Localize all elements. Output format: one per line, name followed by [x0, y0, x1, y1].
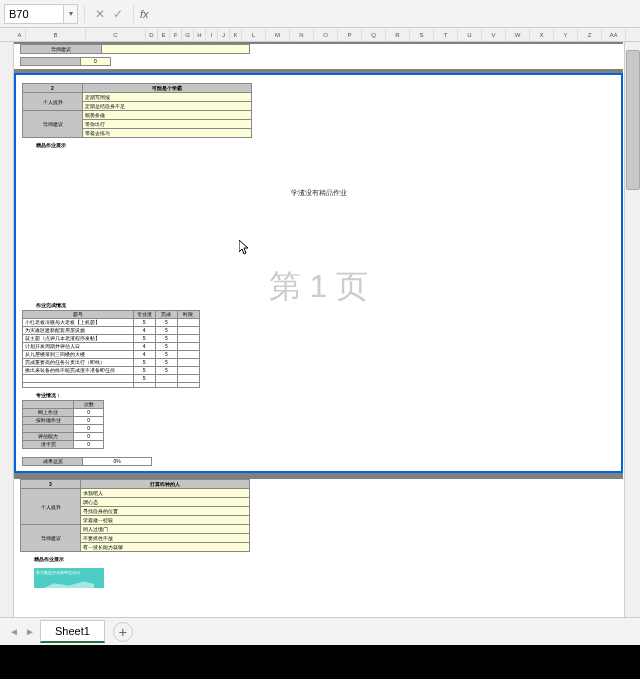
- cell[interactable]: 个人提升: [23, 93, 83, 111]
- table-row: 计划开发周期并评估人日45: [23, 343, 200, 351]
- table-header[interactable]: 完成: [155, 311, 177, 319]
- table-row: 就主题《点评几本老渣程序发帖】55: [23, 335, 200, 343]
- cell[interactable]: 打算咋种的人: [81, 480, 250, 489]
- section-heading: 精品作业展示: [34, 556, 623, 562]
- section-heading: 作业完成情况: [36, 302, 621, 308]
- name-box-dropdown[interactable]: ▾: [64, 4, 78, 24]
- col-header[interactable]: D: [146, 28, 158, 41]
- table-row: 没干完0: [23, 441, 104, 449]
- cell[interactable]: 带着去练习: [83, 129, 252, 138]
- sheet-tabs-bar: ◄ ► Sheet1 +: [0, 617, 640, 645]
- cell[interactable]: 导师建议: [23, 111, 83, 138]
- col-header[interactable]: P: [338, 28, 362, 41]
- table-header[interactable]: 次数: [74, 401, 104, 409]
- col-header[interactable]: Q: [362, 28, 386, 41]
- cell[interactable]: 3: [21, 480, 81, 489]
- col-header[interactable]: U: [458, 28, 482, 41]
- cell[interactable]: 定期写周报: [83, 93, 252, 102]
- column-headers: A B C D E F G H I J K L M N O P Q R S T …: [0, 28, 640, 42]
- table-header[interactable]: 专业度: [133, 311, 155, 319]
- cell[interactable]: 0: [81, 58, 111, 66]
- col-header[interactable]: T: [434, 28, 458, 41]
- table-row: [23, 383, 200, 388]
- col-header[interactable]: O: [314, 28, 338, 41]
- table-row: 挑出来装备的线不能完成度不准备即任何55: [23, 367, 200, 375]
- cell[interactable]: 可能是个学霸: [83, 84, 252, 93]
- cell-label[interactable]: 导师建议: [21, 45, 102, 54]
- table-row: 按时做作业0: [23, 417, 104, 425]
- page-1-print-area: 2 可能是个学霸 个人提升 定期写周报 定期总结自身不足 导师建议 顺势多做 带…: [14, 73, 623, 473]
- add-sheet-button[interactable]: +: [113, 622, 133, 642]
- name-box[interactable]: B70: [4, 4, 64, 24]
- cell[interactable]: 同人过境门: [81, 525, 250, 534]
- row-headers[interactable]: [0, 42, 14, 627]
- fx-icon[interactable]: fx: [140, 8, 149, 20]
- table-header[interactable]: 时限: [177, 311, 199, 319]
- col-header[interactable]: L: [242, 28, 266, 41]
- cell[interactable]: 顺势多做: [83, 111, 252, 120]
- section-heading: 精品作业展示: [36, 142, 621, 148]
- col-header[interactable]: R: [386, 28, 410, 41]
- chart-title: 将大数过万元的单位元日: [34, 568, 104, 577]
- cell[interactable]: 带你出行: [83, 120, 252, 129]
- table-row: 评估能力0: [23, 433, 104, 441]
- col-header[interactable]: E: [158, 28, 170, 41]
- col-header[interactable]: H: [194, 28, 206, 41]
- col-header[interactable]: Y: [554, 28, 578, 41]
- confirm-formula-icon[interactable]: ✓: [109, 5, 127, 23]
- col-header[interactable]: C: [86, 28, 146, 41]
- col-header[interactable]: G: [182, 28, 194, 41]
- cell[interactable]: 调心态: [81, 498, 250, 507]
- table-row: 0: [23, 425, 104, 433]
- col-header[interactable]: AA: [602, 28, 626, 41]
- page-fragment-top: 导师建议 0: [14, 44, 623, 69]
- cancel-formula-icon[interactable]: ✕: [91, 5, 109, 23]
- col-header[interactable]: V: [482, 28, 506, 41]
- vertical-scrollbar[interactable]: [624, 42, 640, 617]
- cell[interactable]: 2: [23, 84, 83, 93]
- cell[interactable]: 0%: [83, 458, 152, 466]
- col-header[interactable]: M: [266, 28, 290, 41]
- table-row: 网上作业0: [23, 409, 104, 417]
- col-header[interactable]: A: [14, 28, 26, 41]
- cell[interactable]: [101, 45, 249, 54]
- table-row: 小红老板冷眼与大老板【上机题】55: [23, 319, 200, 327]
- tab-nav-prev-icon[interactable]: ◄: [6, 624, 22, 640]
- col-header[interactable]: W: [506, 28, 530, 41]
- cell[interactable]: 导师建议: [21, 525, 81, 552]
- page-2-fragment: 3 打算咋种的人 个人提升求我吧人 调心态 寻找自身的位置 学着做一些较 导师建…: [14, 479, 623, 627]
- scrollbar-thumb[interactable]: [626, 50, 640, 190]
- cell[interactable]: 有一技长能力就够: [81, 543, 250, 552]
- table-row: 5: [23, 375, 200, 383]
- col-header[interactable]: F: [170, 28, 182, 41]
- empty-state-text: 学渣没有精品作业: [16, 188, 621, 198]
- col-header[interactable]: I: [206, 28, 218, 41]
- cell[interactable]: 成果总览: [23, 458, 83, 466]
- col-header[interactable]: X: [530, 28, 554, 41]
- tab-nav-next-icon[interactable]: ►: [22, 624, 38, 640]
- cell[interactable]: 不要抓住不放: [81, 534, 250, 543]
- col-header[interactable]: Z: [578, 28, 602, 41]
- col-header[interactable]: J: [218, 28, 230, 41]
- col-header[interactable]: B: [26, 28, 86, 41]
- table-row: 为灾难区建新配套房屋设施45: [23, 327, 200, 335]
- section-heading: 专业情况：: [36, 392, 621, 398]
- cell[interactable]: 定期总结自身不足: [83, 102, 252, 111]
- col-header[interactable]: K: [230, 28, 242, 41]
- table-row: 完成重要高的任务分页出行（即线）55: [23, 359, 200, 367]
- chart-thumbnail[interactable]: 将大数过万元的单位元日: [34, 568, 104, 588]
- spreadsheet-grid[interactable]: 导师建议 0 2 可能是个学霸 个人提升 定期写周报: [14, 42, 623, 627]
- col-header[interactable]: N: [290, 28, 314, 41]
- col-header[interactable]: S: [410, 28, 434, 41]
- formula-input[interactable]: [155, 8, 636, 20]
- formula-bar: B70 ▾ ✕ ✓ fx: [0, 0, 640, 28]
- cell[interactable]: 学着做一些较: [81, 516, 250, 525]
- cell[interactable]: 求我吧人: [81, 489, 250, 498]
- sheet-tab-active[interactable]: Sheet1: [40, 620, 105, 643]
- cell[interactable]: 个人提升: [21, 489, 81, 525]
- table-row: 从九层楼落到三四楼的大楼45: [23, 351, 200, 359]
- cell[interactable]: 寻找自身的位置: [81, 507, 250, 516]
- table-header[interactable]: 题号: [23, 311, 134, 319]
